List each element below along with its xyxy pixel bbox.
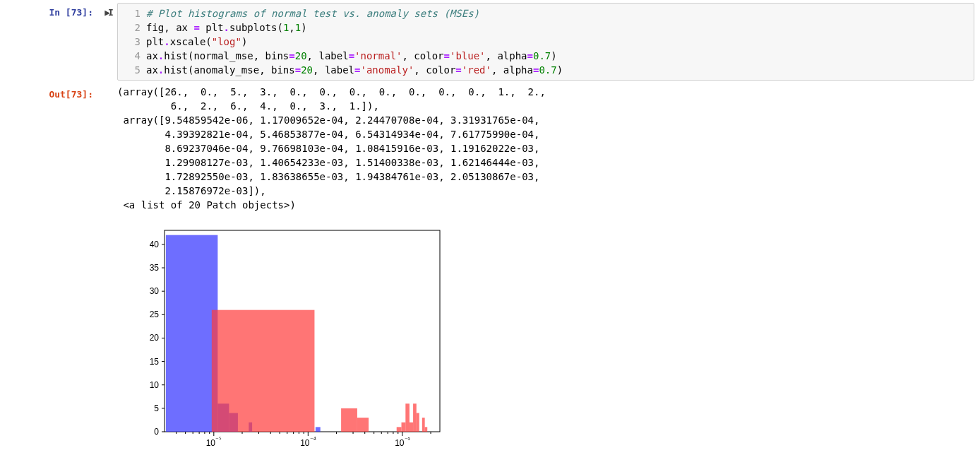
svg-text:0: 0 [154,427,159,437]
code-token: , alpha [486,50,527,61]
svg-rect-14 [417,413,419,432]
svg-rect-1 [166,235,217,432]
code-token: , alpha [491,64,533,76]
svg-text:20: 20 [150,333,160,343]
svg-rect-10 [402,423,406,432]
svg-rect-9 [397,427,402,432]
code-token: = [295,64,301,76]
code-token: , label [313,64,354,76]
plot-row: 051015202530354010⁻⁵10⁻⁴10⁻³ [0,212,980,456]
code-line: 2 fig, ax = plt.subplots(1,1) [118,20,974,35]
code-token: , label [307,50,349,61]
code-token: 0.7 [539,64,556,76]
code-token: "log" [212,36,241,47]
code-token: = [193,22,199,33]
svg-rect-5 [316,427,321,432]
code-token: 'red' [462,64,491,76]
svg-rect-12 [410,423,413,432]
code-token: 'blue' [450,50,486,61]
input-prompt-label: In [73]: [49,7,93,18]
code-token: 'normal' [354,50,402,61]
svg-rect-15 [422,418,425,432]
code-token: ) [301,22,306,33]
code-token: = [289,50,294,61]
svg-text:40: 40 [150,240,160,249]
code-token: plt [200,22,224,33]
code-token: = [455,64,461,76]
output-prompt: Out[73]: [0,85,99,100]
svg-text:5: 5 [154,403,159,413]
code-line: 1 # Plot histograms of normal test vs. a… [118,6,974,20]
code-token: = [349,50,354,61]
code-token: hist(normal_mse, bins [164,50,289,61]
code-token: , color [414,64,455,76]
svg-text:10: 10 [150,380,160,390]
svg-text:35: 35 [150,263,160,273]
svg-text:10⁻⁴: 10⁻⁴ [300,436,316,448]
svg-rect-6 [212,310,315,432]
code-line: 4 ax.hist(normal_mse, bins=20, label='no… [118,49,974,63]
svg-rect-8 [357,418,369,432]
line-number: 2 [118,20,146,35]
code-token: 20 [295,50,307,61]
output-text: (array([26., 0., 5., 3., 0., 0., 0., 0.,… [117,85,980,212]
svg-text:15: 15 [150,357,160,367]
code-token: = [444,50,450,61]
code-token: ax [146,64,158,76]
code-token: . [224,22,229,33]
code-token: xscale( [170,36,212,47]
run-icon: ▶I [104,7,112,18]
line-number: 4 [118,49,146,63]
svg-text:10⁻³: 10⁻³ [395,436,410,448]
run-cell-button[interactable]: ▶I [99,3,117,18]
code-token: plt [146,36,164,47]
code-token: hist(anomaly_mse, bins [164,64,294,76]
code-line: 3 plt.xscale("log") [118,35,974,49]
svg-rect-7 [341,408,357,432]
code-token: 20 [301,64,313,76]
code-token: ) [557,64,563,76]
code-token: 0.7 [533,50,551,61]
svg-rect-13 [413,403,417,432]
line-number: 3 [118,35,146,49]
output-prompt-label: Out[73]: [49,89,93,100]
code-token: ax [146,50,158,61]
plot-svg: 051015202530354010⁻⁵10⁻⁴10⁻³ [126,223,450,456]
code-line: 5 ax.hist(anomaly_mse, bins=20, label='a… [118,63,974,77]
code-token: = [527,50,533,61]
code-token: . [164,36,169,47]
code-token: 1 [295,22,301,33]
code-token: 'anomaly' [360,64,414,76]
code-token: , [289,22,294,33]
svg-text:10⁻⁵: 10⁻⁵ [206,436,222,448]
histogram-plot: 051015202530354010⁻⁵10⁻⁴10⁻³ [126,223,450,456]
svg-text:30: 30 [150,286,160,296]
code-token: ) [241,36,247,47]
input-cell: In [73]: ▶I 1 # Plot histograms of norma… [0,0,980,81]
code-token: , color [402,50,444,61]
line-number: 1 [118,6,146,20]
code-token: fig, ax [146,22,193,33]
code-token: # Plot histograms of normal test vs. ano… [146,8,479,19]
svg-rect-16 [425,427,428,432]
input-prompt: In [73]: [0,3,99,18]
output-cell: Out[73]: (array([26., 0., 5., 3., 0., 0.… [0,81,980,212]
code-token: subplots( [229,22,283,33]
code-token: ) [551,50,556,61]
code-editor[interactable]: 1 # Plot histograms of normal test vs. a… [117,3,974,81]
svg-text:25: 25 [150,309,160,319]
line-number: 5 [118,63,146,77]
svg-rect-11 [405,403,410,432]
